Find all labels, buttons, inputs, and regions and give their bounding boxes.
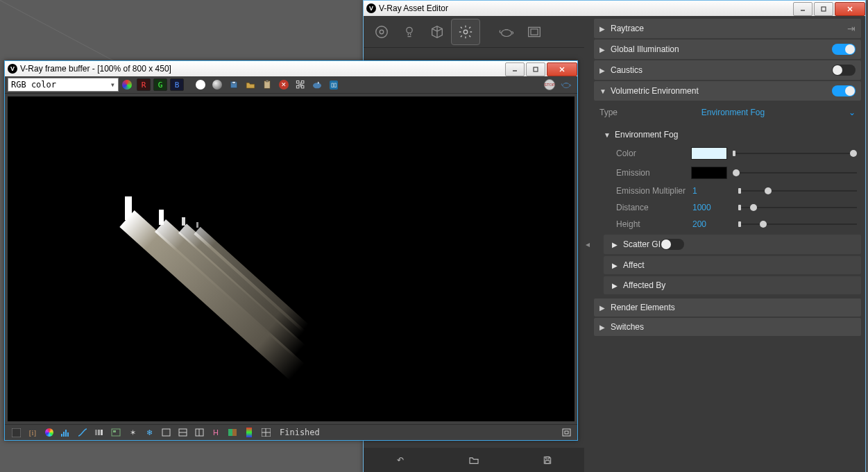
render-output-view[interactable] bbox=[8, 96, 575, 421]
render-teapot-icon[interactable] bbox=[493, 19, 520, 44]
stop-render-icon[interactable]: STOP bbox=[542, 78, 557, 92]
scattergi-section[interactable]: ▶ Scatter GI bbox=[604, 235, 861, 254]
clear-image-icon[interactable]: ✕ bbox=[276, 78, 291, 92]
save-image-icon[interactable] bbox=[226, 78, 241, 92]
svg-point-24 bbox=[313, 83, 321, 88]
chevron-right-icon: ▶ bbox=[599, 67, 606, 74]
asset-editor-title: V-Ray Asset Editor bbox=[379, 3, 448, 13]
chevron-down-icon: ▾ bbox=[110, 80, 115, 90]
svg-point-5 bbox=[380, 30, 384, 34]
grey-switch-icon[interactable] bbox=[210, 78, 225, 92]
chevron-right-icon: ▶ bbox=[612, 262, 619, 269]
emmult-value[interactable]: 1 bbox=[691, 186, 733, 196]
svg-rect-14 bbox=[534, 67, 538, 71]
affectedby-section[interactable]: ▶ Affected By bbox=[604, 276, 861, 294]
svg-rect-12 bbox=[545, 461, 550, 464]
channel-dropdown[interactable]: RGB color ▾ bbox=[8, 78, 119, 92]
undo-icon[interactable]: ↶ bbox=[392, 455, 409, 465]
close-button[interactable] bbox=[835, 2, 865, 16]
volenv-type-row[interactable]: Type Environment Fog ⌄ bbox=[594, 102, 861, 124]
region-render-icon[interactable] bbox=[158, 425, 173, 439]
scattergi-toggle[interactable] bbox=[661, 239, 684, 250]
chevron-down-icon[interactable]: ⌄ bbox=[849, 108, 856, 117]
open-image-icon[interactable] bbox=[243, 78, 258, 92]
fog-emission-slider[interactable] bbox=[733, 168, 857, 178]
clipboard-icon[interactable] bbox=[259, 78, 275, 92]
rgb-channels-icon[interactable] bbox=[119, 78, 135, 92]
link-arrow-icon[interactable]: ⇥ bbox=[847, 23, 856, 34]
link-pdplayer-icon[interactable]: ▯▯ bbox=[326, 78, 341, 92]
height-slider[interactable] bbox=[738, 219, 857, 229]
frame-region-icon[interactable] bbox=[520, 19, 548, 44]
materials-tab-icon[interactable] bbox=[368, 19, 395, 44]
chevron-right-icon: ▶ bbox=[599, 46, 606, 53]
caustics-section[interactable]: ▶ Caustics bbox=[594, 60, 861, 80]
switches-section[interactable]: ▶ Switches bbox=[594, 318, 861, 336]
fog-color-slider[interactable] bbox=[733, 149, 857, 158]
maximize-button[interactable] bbox=[814, 2, 833, 16]
svg-point-25 bbox=[563, 83, 570, 88]
height-value[interactable]: 200 bbox=[691, 219, 733, 229]
distance-slider[interactable] bbox=[738, 203, 857, 212]
caustics-toggle[interactable] bbox=[832, 65, 856, 76]
affect-section[interactable]: ▶ Affect bbox=[604, 256, 861, 274]
maximize-button[interactable] bbox=[526, 62, 545, 76]
svg-rect-36 bbox=[162, 429, 170, 436]
vertical-color-bar-icon[interactable] bbox=[241, 425, 257, 439]
mono-switch-icon[interactable] bbox=[193, 78, 208, 92]
close-button[interactable] bbox=[547, 62, 577, 76]
info-icon[interactable]: [i] bbox=[25, 425, 40, 439]
lights-tab-icon[interactable] bbox=[395, 19, 423, 44]
compare-horizontal-icon[interactable] bbox=[175, 425, 190, 439]
asset-editor-titlebar[interactable]: V V-Ray Asset Editor bbox=[364, 1, 865, 16]
compare-vertical-icon[interactable] bbox=[192, 425, 207, 439]
frame-buffer-titlebar[interactable]: V V-Ray frame buffer - [100% of 800 x 45… bbox=[5, 61, 577, 76]
emmult-slider[interactable] bbox=[738, 186, 857, 196]
type-value: Environment Fog bbox=[618, 108, 849, 117]
levels-icon[interactable] bbox=[58, 425, 74, 439]
svg-rect-27 bbox=[61, 434, 62, 437]
track-mouse-icon[interactable] bbox=[309, 78, 325, 92]
raytrace-section[interactable]: ▶ Raytrace ⇥ bbox=[594, 19, 861, 38]
bloom-icon[interactable]: ❄ bbox=[142, 425, 157, 439]
lut-icon[interactable] bbox=[258, 425, 273, 439]
geometry-tab-icon[interactable] bbox=[423, 19, 451, 44]
gi-toggle[interactable] bbox=[832, 44, 856, 55]
settings-tab-icon[interactable] bbox=[451, 19, 480, 45]
distance-value[interactable]: 1000 bbox=[691, 203, 733, 212]
fog-color-row: Color bbox=[601, 144, 861, 163]
fog-emission-swatch[interactable] bbox=[691, 167, 727, 179]
curve-icon[interactable] bbox=[75, 425, 90, 439]
minimize-button[interactable] bbox=[793, 2, 812, 16]
gi-section[interactable]: ▶ Global Illumination bbox=[594, 40, 861, 59]
minimize-button[interactable] bbox=[505, 62, 525, 76]
panel-grip[interactable]: ◂ bbox=[584, 16, 591, 472]
fog-color-swatch[interactable] bbox=[691, 147, 727, 160]
pixel-info-icon[interactable] bbox=[42, 425, 57, 439]
svg-rect-41 bbox=[228, 429, 232, 436]
render-region-tiny-icon[interactable] bbox=[559, 425, 574, 439]
history-h-icon[interactable]: H bbox=[208, 425, 223, 439]
svg-rect-33 bbox=[101, 430, 103, 435]
green-channel-button[interactable]: G bbox=[153, 78, 168, 92]
history-icon[interactable] bbox=[92, 425, 107, 439]
save-disk-icon[interactable] bbox=[539, 455, 556, 465]
svg-point-6 bbox=[407, 27, 412, 33]
envfog-header[interactable]: ▼ Environment Fog bbox=[601, 126, 861, 144]
volenv-toggle[interactable] bbox=[832, 85, 856, 96]
blue-channel-button[interactable]: B bbox=[169, 78, 185, 92]
svg-rect-29 bbox=[65, 430, 67, 437]
duplicate-icon[interactable] bbox=[293, 78, 308, 92]
svg-rect-35 bbox=[113, 430, 116, 432]
lens-fx-icon[interactable]: ✶ bbox=[125, 425, 140, 439]
chevron-right-icon: ▶ bbox=[599, 304, 606, 312]
volenv-section[interactable]: ▼ Volumetric Environment bbox=[594, 81, 861, 101]
open-folder-icon[interactable] bbox=[466, 455, 482, 465]
red-channel-button[interactable]: R bbox=[136, 78, 151, 92]
svg-rect-23 bbox=[301, 85, 304, 88]
stamp-icon[interactable] bbox=[108, 425, 124, 439]
color-correct-icon[interactable] bbox=[8, 425, 24, 439]
ab-compare-icon[interactable] bbox=[225, 425, 240, 439]
render-last-icon[interactable] bbox=[559, 78, 574, 92]
renderelements-section[interactable]: ▶ Render Elements bbox=[594, 298, 861, 317]
